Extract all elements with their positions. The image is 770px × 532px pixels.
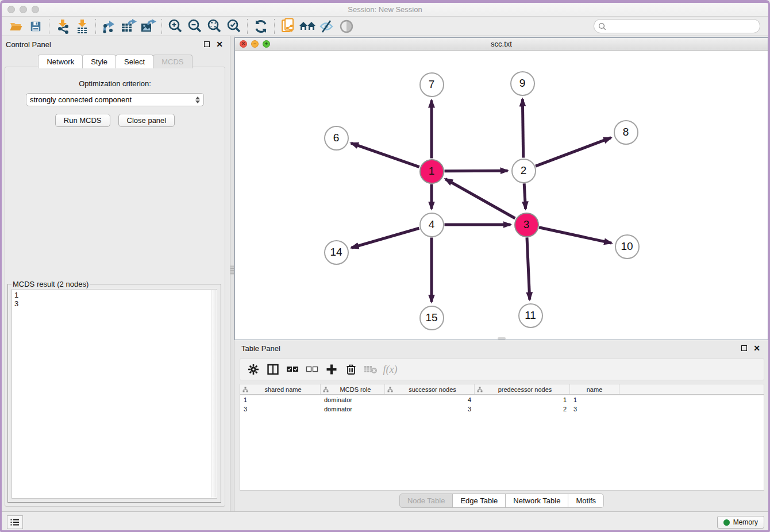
edge-2-9[interactable] — [522, 99, 523, 157]
close-panel-action-button[interactable]: Close panel — [118, 114, 175, 127]
table-cell[interactable]: 3 — [385, 406, 475, 413]
column-header-successor-nodes[interactable]: successor nodes — [385, 384, 475, 394]
edge-2-8[interactable] — [536, 138, 611, 166]
mcds-result-textarea[interactable]: 13 — [11, 289, 217, 499]
clone-network-button[interactable] — [278, 18, 298, 35]
column-header-name[interactable]: name — [570, 384, 619, 394]
splitter-grip[interactable] — [230, 265, 234, 275]
edge-3-10[interactable] — [539, 228, 611, 243]
table-float-button[interactable] — [740, 344, 749, 353]
export-image-button[interactable] — [138, 18, 158, 35]
node-4[interactable]: 4 — [419, 213, 444, 237]
edge-2-3[interactable] — [524, 183, 525, 209]
tab-network[interactable]: Network — [38, 55, 83, 68]
first-neighbors-button[interactable] — [298, 18, 317, 35]
table-settings-button[interactable] — [245, 361, 262, 378]
mcds-result-title: MCDS result (2 nodes) — [11, 280, 90, 288]
node-15[interactable]: 15 — [419, 306, 444, 330]
open-file-button[interactable] — [6, 18, 26, 35]
tab-edge-table[interactable]: Edge Table — [452, 494, 506, 508]
node-14[interactable]: 14 — [324, 240, 349, 265]
zoom-in-button[interactable] — [165, 18, 185, 35]
mcds-result-scrollbar[interactable] — [211, 290, 216, 498]
table-cell[interactable]: 3 — [570, 406, 619, 413]
table-close-button[interactable]: ✕ — [752, 344, 761, 353]
tab-node-table[interactable]: Node Table — [399, 494, 453, 508]
table-row[interactable]: 1dominator411 — [240, 395, 764, 404]
column-header-label: successor nodes — [393, 386, 472, 393]
column-header-predecessor-nodes[interactable]: predecessor nodes — [475, 384, 570, 394]
node-3[interactable]: 3 — [514, 213, 539, 237]
node-8[interactable]: 8 — [614, 120, 638, 145]
search-input[interactable] — [609, 21, 760, 32]
node-6[interactable]: 6 — [324, 126, 349, 151]
tab-mcds[interactable]: MCDS — [153, 55, 192, 68]
column-type-icon — [477, 387, 483, 392]
toolbar-separator — [161, 19, 162, 34]
close-panel-button[interactable]: ✕ — [215, 40, 224, 49]
tab-motifs[interactable]: Motifs — [568, 494, 604, 508]
table-cell[interactable]: dominator — [321, 406, 385, 413]
tab-network-table[interactable]: Network Table — [505, 494, 568, 508]
run-mcds-button[interactable]: Run MCDS — [55, 114, 110, 127]
mcds-result-line: 3 — [14, 299, 214, 308]
show-all-button[interactable] — [337, 18, 356, 35]
network-minimize-button[interactable]: − — [251, 40, 259, 48]
edge-1-2[interactable] — [444, 171, 507, 171]
table-cell[interactable]: dominator — [321, 396, 385, 403]
node-2[interactable]: 2 — [511, 159, 536, 183]
optimization-criterion-dropdown[interactable]: strongly connected component — [26, 93, 204, 106]
table-cell[interactable]: 3 — [240, 406, 321, 413]
apply-layout-button[interactable] — [251, 18, 271, 35]
export-table-button[interactable] — [119, 18, 138, 35]
zoom-fit-button[interactable] — [205, 18, 224, 35]
node-10[interactable]: 10 — [615, 234, 640, 259]
edge-1-6[interactable] — [351, 143, 419, 167]
float-panel-button[interactable] — [202, 40, 211, 49]
edge-4-14[interactable] — [351, 228, 419, 248]
zoom-selected-button[interactable] — [224, 18, 244, 35]
table-cell[interactable]: 1 — [475, 396, 570, 403]
node-1[interactable]: 1 — [419, 159, 444, 184]
node-9[interactable]: 9 — [510, 71, 535, 96]
import-table-button[interactable] — [72, 18, 92, 35]
eye-icon — [338, 20, 355, 33]
tab-select[interactable]: Select — [116, 55, 153, 68]
zoom-out-button[interactable] — [185, 18, 205, 35]
network-maximize-button[interactable]: + — [263, 40, 270, 48]
network-canvas[interactable]: 7968124314101511 — [235, 51, 768, 340]
function-builder-button[interactable]: f(x) — [382, 361, 399, 378]
edge-3-1[interactable] — [445, 179, 515, 218]
tab-style[interactable]: Style — [82, 55, 116, 68]
canvas-scroll-nub[interactable] — [498, 337, 506, 340]
window-title: Session: New Session — [2, 5, 768, 14]
node-11[interactable]: 11 — [518, 303, 543, 328]
network-window-titlebar[interactable]: ✕ − + scc.txt — [235, 38, 768, 51]
add-column-button[interactable] — [323, 361, 340, 378]
memory-button[interactable]: Memory — [717, 516, 764, 529]
hide-selected-button[interactable] — [317, 18, 337, 35]
panel-splitter[interactable] — [230, 36, 234, 511]
column-browser-button[interactable] — [264, 361, 282, 378]
import-network-button[interactable] — [53, 18, 72, 35]
export-network-button[interactable] — [99, 18, 119, 35]
delete-column-button[interactable] — [342, 361, 360, 378]
table-cell[interactable]: 2 — [475, 406, 570, 413]
edge-3-11[interactable] — [527, 237, 530, 299]
column-header-shared-name[interactable]: shared name — [240, 384, 321, 394]
node-7[interactable]: 7 — [419, 72, 444, 97]
zoom-fit-icon — [207, 18, 222, 34]
save-session-button[interactable] — [26, 18, 45, 35]
table-cell[interactable]: 4 — [385, 396, 475, 403]
select-all-button[interactable] — [284, 361, 301, 378]
unselect-all-button[interactable] — [303, 361, 321, 378]
table-row[interactable]: 3dominator323 — [240, 404, 764, 414]
network-close-button[interactable]: ✕ — [240, 40, 247, 48]
delete-table-button[interactable] — [362, 361, 379, 378]
table-cell[interactable]: 1 — [570, 396, 619, 403]
task-history-button[interactable] — [7, 515, 23, 529]
dropdown-arrows-icon — [195, 97, 200, 103]
column-header-MCDS-role[interactable]: MCDS role — [321, 384, 385, 394]
table-cell[interactable]: 1 — [240, 396, 321, 403]
search-box[interactable] — [594, 19, 760, 33]
